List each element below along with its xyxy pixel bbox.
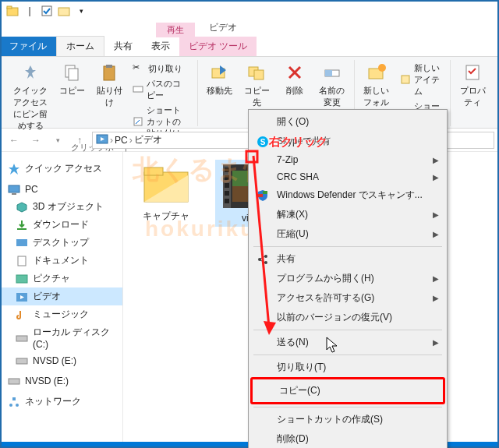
titlebar: | ▾ [0,0,499,22]
music-icon [16,309,28,321]
folder-icon [5,3,20,19]
ribbon-tabs: ファイル ホーム 共有 表示 ビデオ ツール [0,37,499,57]
sidebar-item-localdisk[interactable]: ローカル ディスク (C:) [0,323,122,352]
pin-button[interactable]: クイック アクセス にピン留めする [9,60,51,140]
ribbon-group-props: プロパティ [451,60,494,126]
svg-rect-8 [133,86,143,92]
svg-rect-46 [225,199,229,203]
network-icon [8,396,20,408]
copyto-button[interactable]: コピー先 [240,60,274,113]
svg-rect-22 [12,193,16,195]
video-folder-icon [96,132,108,147]
copy-icon [61,62,83,83]
sidebar-item-documents[interactable]: ドキュメント [0,252,122,270]
qat-checkbox-icon[interactable] [39,3,55,19]
chevron-right-icon: ▶ [433,173,439,182]
svg-rect-29 [16,336,27,341]
sidebar-pc[interactable]: PC [0,181,122,198]
ribbon-group-clipboard: クイック アクセス にピン留めする コピー 貼り付け ✂切り取り パスのコピー … [5,60,198,126]
dropdown-button[interactable]: ▾ [48,131,67,150]
cut-button[interactable]: ✂切り取り [129,62,193,76]
ctx-share[interactable]: 共有 [250,249,445,269]
skype-icon: S [257,136,269,148]
tab-share[interactable]: 共有 [104,37,142,56]
disk-icon [16,355,28,367]
delete-icon [284,62,306,83]
tab-view[interactable]: 表示 [142,37,179,56]
sidebar-item-3d[interactable]: 3D オブジェクト [0,198,122,216]
ctx-access[interactable]: アクセスを許可する(G)▶ [250,288,445,308]
chevron-right-icon: ▶ [433,338,439,347]
tab-video-tools[interactable]: ビデオ ツール [179,37,257,56]
copy-button[interactable]: コピー [55,60,89,140]
sidebar-nvsd2[interactable]: NVSD (E:) [0,372,122,390]
tab-home[interactable]: ホーム [56,36,104,56]
qat-folder-icon[interactable] [56,3,72,19]
ctx-sendto[interactable]: 送る(N)▶ [250,333,445,352]
sidebar-item-pictures[interactable]: ピクチャ [0,270,122,287]
moveto-icon [209,62,231,83]
back-button[interactable]: ← [5,131,23,150]
sidebar-item-music[interactable]: ミュージック [0,305,122,323]
pc-icon [8,183,20,196]
ctx-open[interactable]: 開く(O) [250,112,445,132]
star-icon [8,163,20,175]
share-icon [257,253,269,266]
nav-sidebar: クイック アクセス PC 3D オブジェクト ダウンロード デスクトップ ドキュ… [0,152,123,446]
svg-rect-12 [254,70,264,79]
properties-icon [462,62,483,83]
sidebar-item-nvsd[interactable]: NVSD (E:) [0,352,122,369]
svg-rect-1 [7,6,12,9]
sidebar-quickaccess[interactable]: クイック アクセス [0,160,122,178]
svg-rect-30 [16,358,27,364]
ctx-compress[interactable]: 圧縮(U)▶ [250,224,445,244]
sidebar-item-desktop[interactable]: デスクトップ [0,234,122,252]
paste-button[interactable]: 貼り付け [92,60,126,140]
sidebar-network[interactable]: ネットワーク [0,393,122,411]
svg-rect-45 [225,191,229,196]
sidebar-item-downloads[interactable]: ダウンロード [0,216,122,234]
doc-icon [16,255,28,267]
ctx-copy[interactable]: コピー(C) [250,377,445,404]
svg-rect-5 [69,69,78,80]
scissors-icon: ✂ [133,62,145,75]
ctx-7zip[interactable]: 7-Zip▶ [250,151,445,168]
rename-button[interactable]: 名前の 変更 [315,60,349,113]
ctx-openwith[interactable]: プログラムから開く(H)▶ [250,269,445,288]
tab-file[interactable]: ファイル [0,37,56,56]
properties-button[interactable]: プロパティ [455,60,490,126]
sidebar-item-video[interactable]: ビデオ [0,287,122,305]
context-group-label: 再生 [156,23,195,37]
forward-button[interactable]: → [27,131,45,150]
annotation-rightclick: 右クリック [269,135,327,150]
disk-icon [16,332,28,344]
newitem-button[interactable]: 新しいアイテム [397,62,445,98]
ctx-thaw[interactable]: 解凍(X)▶ [250,205,445,224]
ctx-makeshortcut[interactable]: ショートカットの作成(S) [250,410,445,429]
disk-icon [8,375,20,387]
shield-icon [257,189,269,202]
picture-icon [16,273,28,285]
delete-button[interactable]: 削除 [278,60,312,113]
desktop-icon [16,237,28,249]
window-title: ビデオ [195,18,246,37]
pin-icon [19,62,41,83]
up-button[interactable]: ↑ [70,131,89,150]
svg-text:S: S [260,138,266,146]
qat-dropdown-icon[interactable]: ▾ [73,3,89,19]
svg-rect-25 [18,256,26,266]
svg-rect-7 [106,65,112,68]
ctx-crc[interactable]: CRC SHA▶ [250,168,445,185]
chevron-right-icon: ▶ [433,274,439,283]
crumb-pc[interactable]: PC [115,135,128,146]
context-menu: 開く(O) SSkypeで共有 7-Zip▶ CRC SHA▶ Windows … [248,109,448,448]
copy-path-button[interactable]: パスのコピー [129,77,193,102]
ctx-prevversion[interactable]: 以前のバージョンの復元(V) [250,308,445,327]
shortcut-icon [133,116,143,129]
svg-rect-17 [402,76,409,83]
ctx-defender[interactable]: Windows Defender でスキャンす... [250,185,445,205]
crumb-video[interactable]: ビデオ [134,133,162,146]
ctx-cut[interactable]: 切り取り(T) [250,358,445,377]
ctx-delete[interactable]: 削除(D) [250,429,445,448]
moveto-button[interactable]: 移動先 [203,60,237,113]
